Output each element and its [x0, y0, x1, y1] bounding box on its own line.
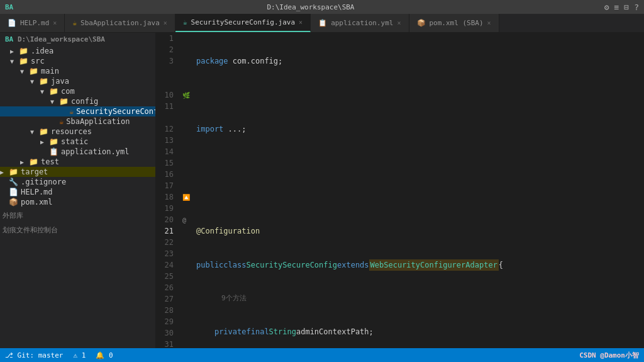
sidebar-item-resources[interactable]: ▼ 📁 resources — [0, 127, 155, 137]
line-num-24: 24 — [156, 259, 177, 271]
sidebar-item-pomxml[interactable]: 📦 pom.xml — [0, 197, 155, 207]
folder-icon-target: 📁 — [9, 167, 18, 176]
tab-icon-yml: 📋 — [318, 19, 327, 27]
code-container[interactable]: 1 2 3 10 11 12 13 14 15 16 17 18 19 20 2… — [156, 33, 644, 348]
title-bar-text: D:\Idea_workspace\SBA — [17, 3, 604, 11]
line-num-19: 19 — [156, 203, 177, 214]
tab-security[interactable]: ☕ SecuritySecureConfig.java × — [175, 14, 311, 32]
file-icon-helpmd: 📄 — [9, 188, 18, 196]
folder-icon-test: 📁 — [29, 157, 38, 166]
folder-icon-resources: 📁 — [39, 127, 48, 136]
file-icon-gitignore: 🔧 — [9, 178, 18, 186]
tab-close-security[interactable]: × — [299, 19, 303, 26]
line-num-18: 18 — [156, 191, 177, 203]
tab-label-pom: pom.xml (SBA) — [430, 19, 484, 27]
sidebar-item-com[interactable]: ▼ 📁 com — [0, 86, 155, 96]
sidebar-item-static[interactable]: ▶ 📁 static — [0, 137, 155, 147]
sidebar-item-java[interactable]: ▼ 📁 java — [0, 76, 155, 86]
tab-label-sba: SbaApplication.java — [80, 19, 160, 27]
minimize-icon[interactable]: ⚙ — [604, 3, 609, 12]
code-line-12: private final String adminContextPath; — [196, 326, 644, 337]
folder-icon-java: 📁 — [39, 77, 48, 86]
line-num-13: 13 — [156, 135, 177, 146]
collapse-arrow-static: ▶ — [40, 139, 49, 145]
line-num-26: 26 — [156, 282, 177, 293]
line-num-27: 27 — [156, 293, 177, 305]
file-icon-appyml: 📋 — [49, 147, 58, 156]
file-icon-pomxml: 📦 — [9, 198, 18, 206]
sidebar-item-helpmd[interactable]: 📄 HELP.md — [0, 187, 155, 197]
collapse-arrow-target: ▶ — [0, 169, 9, 176]
code-line-blank — [196, 191, 644, 203]
status-bar: ⎇ Git: master ⚠ 1 🔔 0 CSDN @Damon小智 — [0, 348, 644, 362]
sidebar-label-config: config — [71, 97, 98, 106]
settings-icon[interactable]: ≡ — [614, 3, 619, 12]
sidebar-item-gitignore[interactable]: 🔧 .gitignore — [0, 177, 155, 187]
line-num-12: 12 — [156, 123, 177, 135]
code-editor[interactable]: package com.config; import ...; @Configu… — [194, 33, 644, 348]
sidebar-label-target: target — [21, 167, 48, 176]
tab-close-pom[interactable]: × — [487, 20, 491, 26]
collapse-arrow-java: ▼ — [30, 78, 39, 85]
sidebar-label-java: java — [51, 77, 69, 86]
status-notifications[interactable]: 🔔 0 — [96, 351, 113, 359]
line-num-14: 14 — [156, 146, 177, 157]
external-libs-section: 外部库 — [0, 210, 155, 222]
tab-label-security: SecuritySecureConfig.java — [191, 18, 296, 26]
line-num-29: 29 — [156, 316, 177, 327]
tab-help[interactable]: 📄 HELP.md × — [0, 14, 65, 32]
gutter-icon-line20[interactable]: @ — [182, 214, 194, 225]
sidebar-item-security-config[interactable]: ☕ SecuritySecureConfig — [0, 106, 155, 116]
collapse-arrow-config: ▼ — [50, 98, 59, 105]
code-line-11: public class SecuritySecureConfig extend… — [196, 259, 644, 271]
collapse-arrow-idea: ▶ — [10, 48, 19, 55]
status-warnings[interactable]: ⚠ 1 — [73, 351, 86, 359]
sidebar-item-src[interactable]: ▼ 📁 src — [0, 56, 155, 66]
collapse-arrow-test: ▶ — [20, 159, 29, 166]
line-num-23: 23 — [156, 248, 177, 259]
collapse-arrow-src: ▼ — [10, 58, 19, 65]
tab-close-help[interactable]: × — [53, 20, 57, 26]
gutter-icon-config[interactable]: 🌿 — [182, 89, 194, 101]
line-num-20: 20 — [156, 214, 177, 225]
main-content: BA D:\Idea_workspace\SBA ▶ 📁 .idea ▼ 📁 s… — [0, 33, 644, 348]
sidebar-label-test: test — [41, 157, 59, 166]
help-icon[interactable]: ? — [634, 3, 639, 12]
sidebar-item-test[interactable]: ▶ 📁 test — [0, 157, 155, 167]
collapse-arrow-main: ▼ — [20, 68, 29, 75]
sidebar-label-idea: .idea — [31, 47, 53, 55]
code-line-2 — [196, 89, 644, 101]
editor: 1 2 3 10 11 12 13 14 15 16 17 18 19 20 2… — [156, 33, 644, 348]
tab-close-sba[interactable]: × — [164, 20, 167, 26]
title-bar-prefix: BA — [5, 3, 13, 11]
tab-appyml[interactable]: 📋 application.yml × — [311, 14, 409, 32]
status-git[interactable]: ⎇ Git: master — [5, 351, 63, 359]
tab-icon-java-active: ☕ — [183, 18, 187, 26]
line-num-30: 30 — [156, 327, 177, 339]
sidebar-label-helpmd: HELP.md — [21, 188, 53, 196]
tab-sba[interactable]: ☕ SbaApplication.java × — [65, 14, 175, 32]
line-num-25: 25 — [156, 271, 177, 282]
status-right: CSDN @Damon小智 — [579, 351, 639, 360]
file-icon-sba-app: ☕ — [59, 117, 64, 126]
scratch-files-section: 划痕文件和控制台 — [0, 224, 155, 236]
sidebar-header: BA D:\Idea_workspace\SBA — [0, 33, 155, 46]
sidebar-item-config[interactable]: ▼ 📁 config — [0, 96, 155, 106]
gutter-icon-override[interactable]: 🔼 — [182, 191, 194, 203]
collapse-arrow-resources: ▼ — [30, 128, 39, 135]
sidebar-item-sba-app[interactable]: ☕ SbaApplication — [0, 116, 155, 127]
format-icon[interactable]: ⊟ — [624, 3, 629, 12]
sidebar-item-appyml[interactable]: 📋 application.yml — [0, 147, 155, 157]
sidebar-item-main[interactable]: ▼ 📁 main — [0, 66, 155, 76]
code-line-3: import ...; — [196, 123, 644, 135]
line-num-31: 31 — [156, 339, 177, 348]
sidebar-item-target[interactable]: ▶ 📁 target — [0, 167, 155, 177]
collapse-arrow-com: ▼ — [40, 88, 49, 95]
folder-icon-config: 📁 — [59, 97, 69, 106]
tab-label-help: HELP.md — [20, 19, 49, 27]
line-num-28: 28 — [156, 305, 177, 316]
tab-close-appyml[interactable]: × — [397, 20, 401, 26]
sidebar-label-src: src — [31, 57, 45, 65]
tab-pom[interactable]: 📦 pom.xml (SBA) × — [409, 14, 499, 32]
sidebar-item-idea[interactable]: ▶ 📁 .idea — [0, 46, 155, 56]
